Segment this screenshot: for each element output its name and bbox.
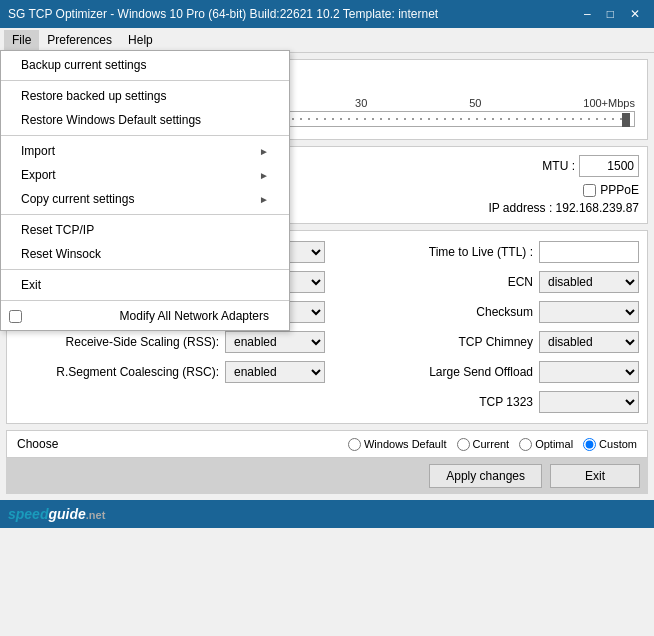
reset-tcpip-item[interactable]: Reset TCP/IP [1, 218, 289, 242]
copy-settings-item[interactable]: Copy current settings ► [1, 187, 289, 211]
current-radio-item: Current [457, 438, 510, 451]
rss-row: Receive-Side Scaling (RSS): enabled disa… [15, 331, 325, 353]
footer-logo: speedguide.net [8, 506, 105, 522]
custom-radio[interactable] [583, 438, 596, 451]
optimal-radio[interactable] [519, 438, 532, 451]
lso-label: Large Send Offload [429, 365, 533, 379]
rss-label: Receive-Side Scaling (RSS): [66, 335, 219, 349]
title-bar: SG TCP Optimizer - Windows 10 Pro (64-bi… [0, 0, 654, 28]
rsc-label: R.Segment Coalescing (RSC): [56, 365, 219, 379]
checksum-row: Checksum enabled disabled [329, 301, 639, 323]
help-menu-item[interactable]: Help [120, 30, 161, 50]
ip-value: 192.168.239.87 [556, 201, 639, 215]
footer: speedguide.net [0, 500, 654, 528]
windows-default-radio-item: Windows Default [348, 438, 447, 451]
tcp1323-label: TCP 1323 [479, 395, 533, 409]
restore-windows-default-item[interactable]: Restore Windows Default settings [1, 108, 289, 132]
maximize-button[interactable]: □ [601, 5, 620, 23]
ecn-label: ECN [508, 275, 533, 289]
import-item[interactable]: Import ► [1, 139, 289, 163]
rsc-select[interactable]: enabled disabled [225, 361, 325, 383]
menu-bar: File Preferences Help Backup current set… [0, 28, 654, 53]
modify-all-adapters-item[interactable]: Modify All Network Adapters [1, 304, 289, 328]
ecn-select[interactable]: disabled enabled [539, 271, 639, 293]
file-menu-item[interactable]: File [4, 30, 39, 50]
ip-label: IP address : [488, 201, 552, 215]
tcp1323-row: TCP 1323 enabled disabled [329, 391, 639, 413]
modify-all-checkbox[interactable] [9, 310, 22, 323]
checksum-select[interactable]: enabled disabled [539, 301, 639, 323]
rss-select[interactable]: enabled disabled [225, 331, 325, 353]
bottom-bar: Choose Windows Default Current Optimal C… [6, 430, 648, 458]
action-bar: Apply changes Exit [6, 458, 648, 494]
settings-right-col: Time to Live (TTL) : ECN disabled enable… [329, 241, 639, 413]
window-title: SG TCP Optimizer - Windows 10 Pro (64-bi… [8, 7, 438, 21]
ttl-row: Time to Live (TTL) : [329, 241, 639, 263]
custom-radio-item: Custom [583, 438, 637, 451]
window-controls: – □ ✕ [578, 5, 646, 23]
lso-row: Large Send Offload enabled disabled [329, 361, 639, 383]
tcp-chimney-select[interactable]: disabled enabled [539, 331, 639, 353]
pppoe-checkbox[interactable] [583, 184, 596, 197]
ecn-row: ECN disabled enabled [329, 271, 639, 293]
current-radio[interactable] [457, 438, 470, 451]
ttl-label: Time to Live (TTL) : [429, 245, 533, 259]
lso-select[interactable]: enabled disabled [539, 361, 639, 383]
mtu-label: MTU : [542, 159, 575, 173]
apply-changes-button[interactable]: Apply changes [429, 464, 542, 488]
tcp-chimney-row: TCP Chimney disabled enabled [329, 331, 639, 353]
profile-radio-group: Windows Default Current Optimal Custom [348, 438, 637, 451]
ttl-input[interactable] [539, 241, 639, 263]
tcp-chimney-label: TCP Chimney [459, 335, 533, 349]
minimize-button[interactable]: – [578, 5, 597, 23]
preferences-menu-item[interactable]: Preferences [39, 30, 120, 50]
export-item[interactable]: Export ► [1, 163, 289, 187]
close-button[interactable]: ✕ [624, 5, 646, 23]
tcp1323-select[interactable]: enabled disabled [539, 391, 639, 413]
exit-button[interactable]: Exit [550, 464, 640, 488]
mtu-group: MTU : 1500 [542, 155, 639, 177]
windows-default-radio[interactable] [348, 438, 361, 451]
mtu-input[interactable]: 1500 [579, 155, 639, 177]
restore-backup-item[interactable]: Restore backed up settings [1, 84, 289, 108]
exit-item[interactable]: Exit [1, 273, 289, 297]
reset-winsock-item[interactable]: Reset Winsock [1, 242, 289, 266]
checksum-label: Checksum [476, 305, 533, 319]
pppoe-label: PPPoE [600, 183, 639, 197]
choose-label: Choose [17, 437, 58, 451]
rsc-row: R.Segment Coalescing (RSC): enabled disa… [15, 361, 325, 383]
backup-settings-item[interactable]: Backup current settings [1, 53, 289, 77]
optimal-radio-item: Optimal [519, 438, 573, 451]
file-dropdown: Backup current settings Restore backed u… [0, 50, 290, 331]
